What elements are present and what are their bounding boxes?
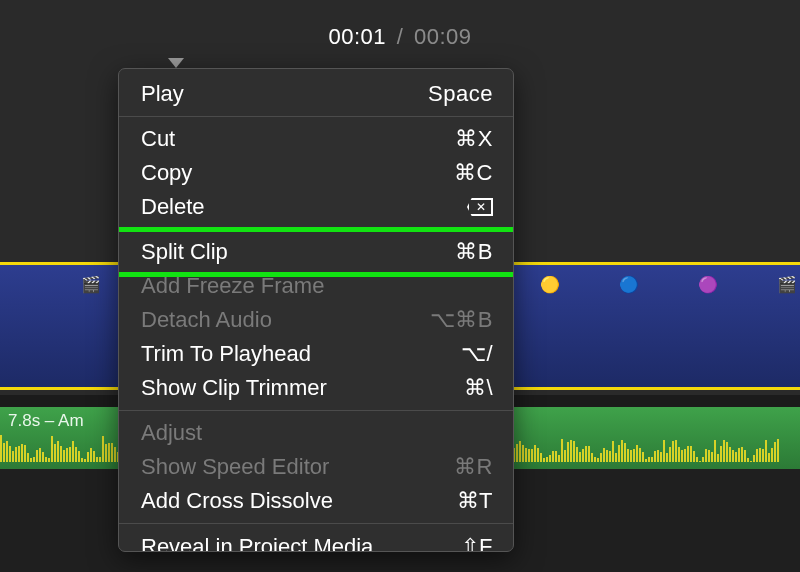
- menu-label: Show Clip Trimmer: [141, 377, 327, 399]
- timecode-separator: /: [397, 24, 404, 49]
- playhead-indicator-icon: [168, 58, 184, 68]
- menu-item-add-freeze-frame: Add Freeze Frame: [119, 269, 513, 303]
- thumb-icon: 🟡: [537, 271, 562, 297]
- menu-shortcut: ⌘\: [464, 377, 493, 399]
- menu-label: Show Speed Editor: [141, 456, 329, 478]
- menu-separator: [119, 523, 513, 524]
- menu-separator: [119, 410, 513, 411]
- thumb-icon: 🔵: [616, 271, 641, 297]
- menu-item-copy[interactable]: Copy ⌘C: [119, 156, 513, 190]
- menu-shortcut: Space: [428, 83, 493, 105]
- timecode-current: 00:01: [329, 24, 387, 49]
- menu-separator: [119, 116, 513, 117]
- menu-separator: [119, 229, 513, 230]
- menu-shortcut: ⌘C: [454, 162, 493, 184]
- menu-item-cut[interactable]: Cut ⌘X: [119, 122, 513, 156]
- menu-item-delete[interactable]: Delete: [119, 190, 513, 224]
- menu-shortcut: ⌘T: [457, 490, 493, 512]
- menu-shortcut: ⇧F: [461, 536, 493, 552]
- menu-item-reveal-in-project-media[interactable]: Reveal in Project Media ⇧F: [119, 529, 513, 551]
- menu-label: Cut: [141, 128, 175, 150]
- menu-label: Adjust: [141, 422, 202, 444]
- menu-shortcut: ⌘X: [455, 128, 493, 150]
- menu-item-trim-to-playhead[interactable]: Trim To Playhead ⌥/: [119, 337, 513, 371]
- thumb-icon: 🎬: [78, 271, 103, 297]
- menu-label: Copy: [141, 162, 192, 184]
- menu-label: Detach Audio: [141, 309, 272, 331]
- menu-shortcut: ⌘R: [454, 456, 493, 478]
- menu-shortcut: ⌥⌘B: [430, 309, 493, 331]
- menu-item-add-cross-dissolve[interactable]: Add Cross Dissolve ⌘T: [119, 484, 513, 518]
- menu-item-show-speed-editor: Show Speed Editor ⌘R: [119, 450, 513, 484]
- menu-item-show-clip-trimmer[interactable]: Show Clip Trimmer ⌘\: [119, 371, 513, 405]
- menu-shortcut: ⌥/: [461, 343, 493, 365]
- menu-item-adjust: Adjust: [119, 416, 513, 450]
- menu-label: Delete: [141, 196, 205, 218]
- clip-context-menu: Play Space Cut ⌘X Copy ⌘C Delete Split C…: [118, 68, 514, 552]
- timecode-display: 00:01 / 00:09: [0, 24, 800, 50]
- timecode-total: 00:09: [414, 24, 472, 49]
- audio-clip-label: 7.8s – Am: [8, 411, 84, 431]
- menu-item-play[interactable]: Play Space: [119, 77, 513, 111]
- menu-label: Trim To Playhead: [141, 343, 311, 365]
- menu-label: Reveal in Project Media: [141, 536, 373, 552]
- menu-item-detach-audio: Detach Audio ⌥⌘B: [119, 303, 513, 337]
- menu-label: Split Clip: [141, 241, 228, 263]
- delete-icon: [467, 198, 493, 216]
- menu-item-split-clip[interactable]: Split Clip ⌘B: [119, 235, 513, 269]
- menu-label: Add Freeze Frame: [141, 275, 324, 297]
- thumb-icon: 🟣: [696, 271, 721, 297]
- thumb-icon: 🎬: [775, 271, 800, 297]
- menu-label: Play: [141, 83, 184, 105]
- menu-shortcut: ⌘B: [455, 241, 493, 263]
- menu-label: Add Cross Dissolve: [141, 490, 333, 512]
